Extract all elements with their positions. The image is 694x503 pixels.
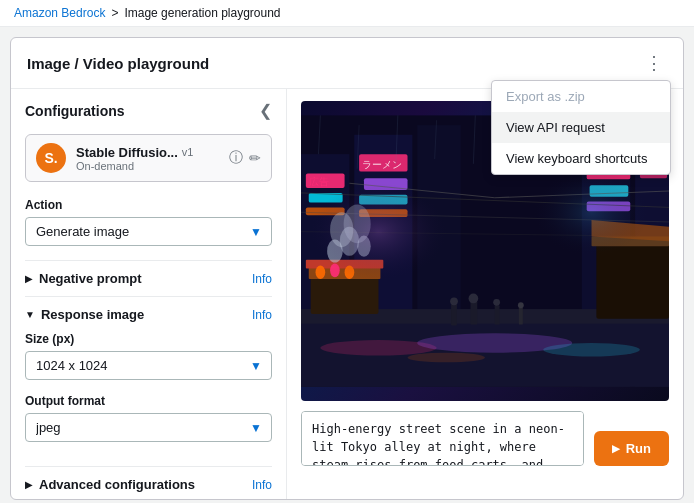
svg-point-48 <box>469 294 479 304</box>
svg-point-53 <box>311 183 447 280</box>
action-select[interactable]: Generate image Edit image <box>25 217 272 246</box>
model-icon: S. <box>36 143 66 173</box>
main-card: Image / Video playground ⋮ Export as .zi… <box>10 37 684 500</box>
dropdown-item-keyboard[interactable]: View keyboard shortcuts <box>492 143 670 174</box>
response-image-title: Response image <box>41 307 144 322</box>
action-field: Action Generate image Edit image ▼ <box>25 198 272 246</box>
svg-point-29 <box>543 343 640 357</box>
output-format-select-wrapper: jpeg png webp ▼ <box>25 413 272 442</box>
advanced-config-section: ▶ Advanced configurations Info <box>25 466 272 500</box>
svg-point-54 <box>533 169 649 256</box>
action-label: Action <box>25 198 272 212</box>
breadcrumb-current: Image generation playground <box>124 6 280 20</box>
response-image-info[interactable]: Info <box>252 308 272 322</box>
output-format-field: Output format jpeg png webp ▼ <box>25 394 272 442</box>
svg-point-46 <box>450 297 458 305</box>
panel-header: Configurations ❮ <box>25 101 272 120</box>
model-edit-icon[interactable]: ✏ <box>249 150 261 166</box>
model-demand: On-demand <box>76 160 219 172</box>
breadcrumb: Amazon Bedrock > Image generation playgr… <box>0 0 694 27</box>
output-format-label: Output format <box>25 394 272 408</box>
advanced-config-info[interactable]: Info <box>252 478 272 492</box>
run-icon: ▶ <box>612 443 620 454</box>
model-name: Stable Diffusio... v1 <box>76 145 219 160</box>
advanced-config-header[interactable]: ▶ Advanced configurations Info <box>25 477 272 492</box>
action-select-wrapper: Generate image Edit image ▼ <box>25 217 272 246</box>
model-info-icon[interactable]: ⓘ <box>229 149 243 167</box>
svg-rect-51 <box>519 307 523 324</box>
negative-prompt-section: ▶ Negative prompt Info <box>25 260 272 296</box>
advanced-config-arrow: ▶ <box>25 479 33 490</box>
size-select-wrapper: 512 x 512 768 x 768 1024 x 1024 ▼ <box>25 351 272 380</box>
dropdown-item-api[interactable]: View API request <box>492 112 670 143</box>
response-image-section: ▼ Response image Info Size (px) 512 x 51… <box>25 296 272 466</box>
breadcrumb-home[interactable]: Amazon Bedrock <box>14 6 105 20</box>
run-button[interactable]: ▶ Run <box>594 431 669 466</box>
response-image-arrow: ▼ <box>25 309 35 320</box>
negative-prompt-info[interactable]: Info <box>252 272 272 286</box>
collapse-button[interactable]: ❮ <box>259 101 272 120</box>
svg-point-52 <box>518 302 524 308</box>
svg-point-50 <box>493 299 500 306</box>
svg-rect-31 <box>311 275 379 314</box>
svg-text:広告: 広告 <box>309 176 329 187</box>
size-label: Size (px) <box>25 332 272 346</box>
negative-prompt-header[interactable]: ▶ Negative prompt Info <box>25 271 272 286</box>
advanced-config-title: Advanced configurations <box>39 477 195 492</box>
negative-prompt-arrow: ▶ <box>25 273 33 284</box>
dropdown-menu: Export as .zip View API request View key… <box>491 80 671 175</box>
response-image-header[interactable]: ▼ Response image Info <box>25 307 272 322</box>
model-version: v1 <box>182 146 194 158</box>
panel-title: Configurations <box>25 103 125 119</box>
size-select[interactable]: 512 x 512 768 x 768 1024 x 1024 <box>25 351 272 380</box>
svg-point-30 <box>408 353 485 363</box>
left-panel: Configurations ❮ S. Stable Diffusio... v… <box>11 89 287 500</box>
output-format-select[interactable]: jpeg png webp <box>25 413 272 442</box>
svg-rect-45 <box>451 304 457 325</box>
svg-point-39 <box>316 266 326 280</box>
card-title: Image / Video playground <box>27 55 209 72</box>
size-field: Size (px) 512 x 512 768 x 768 1024 x 102… <box>25 332 272 380</box>
model-info: Stable Diffusio... v1 On-demand <box>76 145 219 172</box>
negative-prompt-title: Negative prompt <box>39 271 142 286</box>
card-menu-button[interactable]: ⋮ <box>641 50 667 76</box>
model-selector[interactable]: S. Stable Diffusio... v1 On-demand ⓘ ✏ <box>25 134 272 182</box>
prompt-input[interactable]: High-energy street scene in a neon-lit T… <box>301 411 584 466</box>
model-action-icons: ⓘ ✏ <box>229 149 261 167</box>
svg-rect-47 <box>470 301 477 324</box>
prompt-area: High-energy street scene in a neon-lit T… <box>301 411 669 466</box>
svg-rect-49 <box>495 305 500 324</box>
breadcrumb-separator: > <box>111 6 118 20</box>
dropdown-item-export: Export as .zip <box>492 81 670 112</box>
run-label: Run <box>626 441 651 456</box>
